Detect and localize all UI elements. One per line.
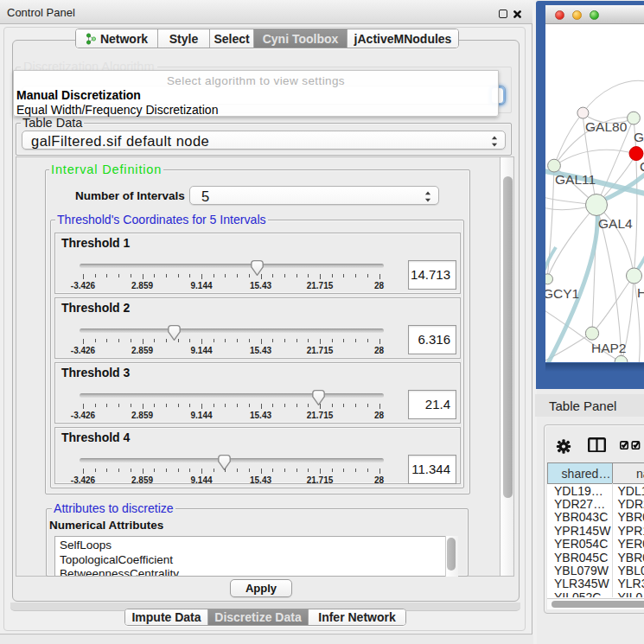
svg-text:HAP2: HAP2 [591,341,627,355]
svg-text:GAL11: GAL11 [555,172,596,187]
svg-text:GAL80: GAL80 [585,119,628,134]
svg-text:GCY1: GCY1 [545,286,579,301]
svg-text:C: C [640,159,644,174]
svg-text:GA: GA [634,130,644,144]
svg-text:H: H [637,285,644,300]
svg-text:GAL4: GAL4 [598,216,633,231]
